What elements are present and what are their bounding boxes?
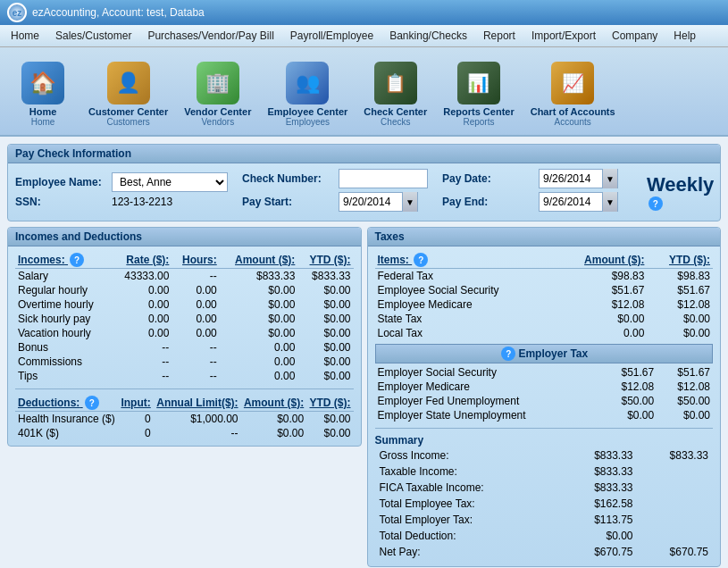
toolbar-vendor[interactable]: 🏢 Vendor Center Vendors <box>178 57 257 131</box>
menu-banking[interactable]: Banking/Checks <box>382 27 474 45</box>
income-rate: 0.00 <box>112 283 172 297</box>
check-number-label: Check Number: <box>242 172 331 185</box>
pay-date-wrapper[interactable]: ▼ <box>539 169 618 188</box>
emp-tax-amount: $12.08 <box>600 380 657 394</box>
income-taxes-area: Incomes and Deductions Incomes: ? Rate (… <box>7 227 721 568</box>
toolbar-home[interactable]: 🏠 Home Home <box>7 57 79 131</box>
menu-home[interactable]: Home <box>4 27 46 45</box>
tax-ytd: $12.08 <box>647 297 713 312</box>
income-rate: 43333.00 <box>112 269 172 284</box>
menu-payroll[interactable]: Payroll/Employee <box>283 27 381 45</box>
pay-end-wrapper[interactable]: ▼ <box>539 192 618 212</box>
menu-help[interactable]: Help <box>666 27 703 45</box>
deduction-name: 401K ($) <box>15 426 118 440</box>
deductions-info-icon[interactable]: ? <box>85 396 99 410</box>
deduction-annual-limit: $1,000.00 <box>154 412 241 427</box>
income-amount: $0.00 <box>220 326 298 340</box>
tax-row: Local Tax 0.00 $0.00 <box>375 326 714 340</box>
summary-table: Gross Income: $833.33 $833.33 Taxable In… <box>375 447 714 561</box>
deduction-amount: $0.00 <box>241 426 307 440</box>
summary-amount: $670.75 <box>562 545 635 559</box>
emp-tax-name: Employer Social Security <box>375 365 601 380</box>
deduction-row: 401K ($) 0 -- $0.00 $0.00 <box>15 426 354 440</box>
pay-end-label: Pay End: <box>442 196 531 208</box>
income-amount: 0.00 <box>220 369 298 383</box>
income-row: Commissions -- -- 0.00 $0.00 <box>15 355 354 369</box>
summary-amount: $833.33 <box>562 480 635 495</box>
menu-purchases[interactable]: Purchases/Vendor/Pay Bill <box>140 27 280 45</box>
incomes-info-icon[interactable]: ? <box>70 253 84 267</box>
income-hours: -- <box>172 355 219 369</box>
toolbar-accounts[interactable]: 📈 Chart of Accounts Accounts <box>524 57 622 131</box>
toolbar-employee-sublabel: Employees <box>286 117 330 127</box>
employer-tax-row: Employer Medicare $12.08 $12.08 <box>375 380 714 394</box>
toolbar-employee[interactable]: 👥 Employee Center Employees <box>261 57 354 131</box>
toolbar-customer[interactable]: 👤 Customer Center Customers <box>82 57 174 131</box>
income-name: Overtime hourly <box>15 297 112 312</box>
pay-date-calendar-btn[interactable]: ▼ <box>602 169 617 188</box>
paycheck-body: Employee Name: Best, Anne SSN: 123-13-22… <box>8 163 720 221</box>
pay-date-input[interactable] <box>540 171 602 187</box>
pay-start-calendar-btn[interactable]: ▼ <box>402 192 417 212</box>
deduction-input: 0 <box>118 426 154 440</box>
income-ytd: $0.00 <box>297 297 353 312</box>
pay-start-input[interactable] <box>339 194 402 210</box>
summary-ytd <box>638 497 711 511</box>
tax-ytd: $51.67 <box>647 283 713 297</box>
tax-row: Employee Social Security $51.67 $51.67 <box>375 283 714 297</box>
income-rate: 0.00 <box>112 326 172 340</box>
summary-ytd <box>638 464 711 479</box>
income-ytd: $0.00 <box>297 326 353 340</box>
incomes-panel: Incomes and Deductions Incomes: ? Rate (… <box>7 227 362 447</box>
pay-start-date[interactable]: ▼ <box>339 192 418 212</box>
toolbar-check-label: Check Center <box>364 106 427 117</box>
menu-import[interactable]: Import/Export <box>524 27 603 45</box>
incomes-body: Incomes: ? Rate ($): Hours: Amount ($): … <box>8 246 361 446</box>
income-name: Commissions <box>15 355 112 369</box>
income-ytd: $0.00 <box>297 340 353 355</box>
employer-tax-info-icon[interactable]: ? <box>501 347 515 361</box>
emp-tax-amount: $0.00 <box>600 408 657 422</box>
toolbar-home-sublabel: Home <box>31 117 55 127</box>
toolbar-check[interactable]: 📋 Check Center Checks <box>357 57 433 131</box>
toolbar-vendor-sublabel: Vendors <box>201 117 234 127</box>
income-amount: $0.00 <box>220 297 298 312</box>
employee-name-select[interactable]: Best, Anne <box>112 172 228 192</box>
income-name: Vacation hourly <box>15 326 112 340</box>
paycheck-panel: Pay Check Information Employee Name: Bes… <box>7 144 721 221</box>
income-amount: 0.00 <box>220 340 298 355</box>
check-number-input[interactable] <box>339 169 428 188</box>
summary-row: Net Pay: $670.75 $670.75 <box>377 545 712 559</box>
incomes-table: Incomes: ? Rate ($): Hours: Amount ($): … <box>15 252 354 383</box>
deduction-name: Health Insurance ($) <box>15 412 118 427</box>
income-ytd: $0.00 <box>297 312 353 326</box>
toolbar-reports[interactable]: 📊 Reports Center Reports <box>437 57 520 131</box>
menu-report[interactable]: Report <box>476 27 523 45</box>
ssn-value: 123-13-2213 <box>112 196 172 208</box>
taxes-info-icon[interactable]: ? <box>414 253 428 267</box>
income-ytd: $0.00 <box>297 355 353 369</box>
summary-ytd <box>638 529 711 543</box>
deduction-ytd: $0.00 <box>306 412 353 427</box>
employee-center-icon: 👥 <box>286 62 329 104</box>
income-ytd: $0.00 <box>297 369 353 383</box>
income-name: Sick hourly pay <box>15 312 112 326</box>
col-tax-ytd: YTD ($): <box>647 252 713 269</box>
income-hours: -- <box>172 269 219 284</box>
tax-amount: $0.00 <box>555 312 648 326</box>
pay-end-calendar-btn[interactable]: ▼ <box>602 192 617 212</box>
title-bar: ez ezAccounting, Account: test, Databa <box>0 0 728 25</box>
summary-divider <box>375 428 714 429</box>
summary-amount: $0.00 <box>562 529 635 543</box>
frequency-info-icon[interactable]: ? <box>649 196 663 211</box>
frequency-badge: Weekly <box>647 173 714 196</box>
income-row: Salary 43333.00 -- $833.33 $833.33 <box>15 269 354 284</box>
tax-ytd: $0.00 <box>647 326 713 340</box>
menu-sales[interactable]: Sales/Customer <box>48 27 138 45</box>
taxes-header: Taxes <box>368 228 721 246</box>
menu-company[interactable]: Company <box>605 27 665 45</box>
pay-end-input[interactable] <box>540 194 602 210</box>
taxes-panel: Taxes Items: ? Amount ($): YTD ($): <box>367 227 722 568</box>
emp-tax-ytd: $0.00 <box>657 408 713 422</box>
income-row: Regular hourly 0.00 0.00 $0.00 $0.00 <box>15 283 354 297</box>
